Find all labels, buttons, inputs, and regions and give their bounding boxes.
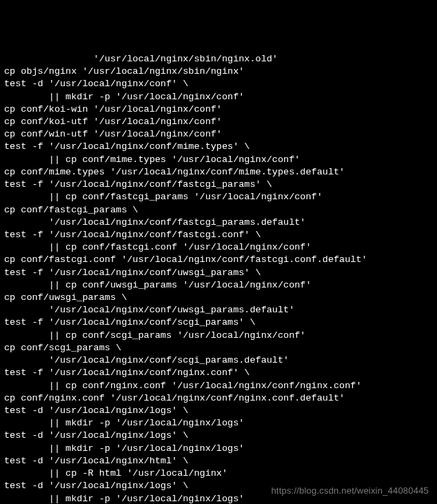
watermark: https://blog.csdn.net/weixin_44080445 [271, 485, 429, 497]
terminal-output: '/usr/local/nginx/sbin/nginx.old' cp obj… [4, 53, 433, 504]
